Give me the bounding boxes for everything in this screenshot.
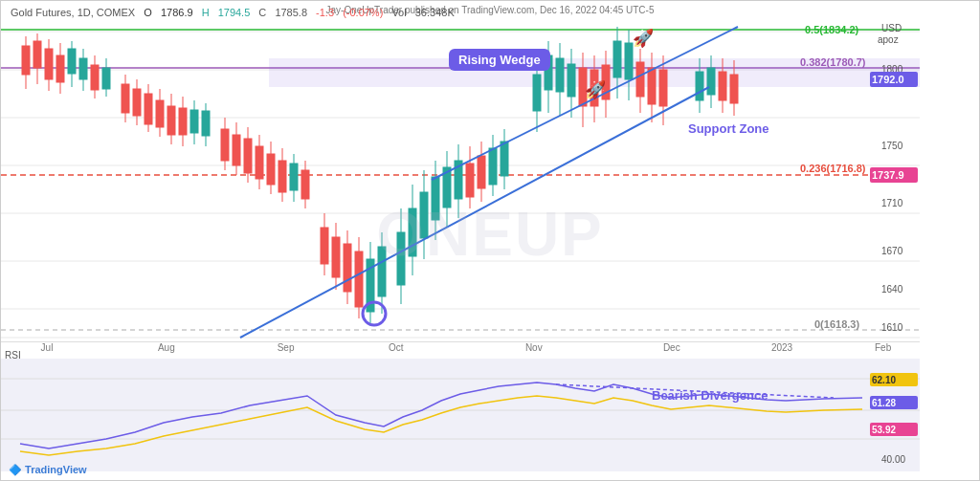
tv-icon: 🔷	[9, 464, 22, 475]
time-label-aug: Aug	[158, 342, 175, 353]
symbol-label: Gold Futures, 1D, COMEX	[11, 7, 135, 18]
svg-rect-94	[533, 75, 541, 111]
main-chart-area: 0.5(1834.2) 0.382(1780.7) 0.236(1716.8) …	[1, 22, 920, 347]
svg-rect-18	[45, 49, 53, 79]
svg-rect-44	[202, 111, 210, 136]
open-value: 1786.9	[161, 7, 193, 18]
change-pct: (-0.07%)	[343, 7, 383, 18]
svg-rect-80	[432, 177, 439, 220]
svg-text:1670: 1670	[881, 246, 903, 256]
svg-text:1792.0: 1792.0	[872, 74, 904, 85]
svg-rect-30	[122, 84, 129, 113]
svg-rect-62	[321, 228, 328, 264]
svg-text:USD: USD	[881, 23, 902, 33]
svg-rect-124	[730, 75, 738, 103]
svg-rect-24	[79, 58, 87, 79]
bearish-divergence-annotation: Bearish Divergence	[652, 388, 768, 403]
open-label: O	[144, 7, 152, 18]
svg-rect-34	[145, 94, 152, 124]
svg-rect-90	[489, 148, 497, 185]
time-label-oct: Oct	[389, 342, 404, 353]
svg-text:0.5(1834.2): 0.5(1834.2)	[805, 24, 859, 35]
svg-rect-48	[233, 135, 240, 165]
svg-rect-120	[707, 68, 715, 95]
svg-rect-114	[648, 68, 656, 104]
svg-text:1737.9: 1737.9	[872, 169, 904, 181]
svg-rect-88	[478, 156, 485, 188]
support-zone-annotation: Support Zone	[688, 121, 769, 136]
svg-rect-60	[301, 170, 309, 199]
svg-rect-110	[625, 43, 633, 79]
svg-text:0(1618.3): 0(1618.3)	[814, 318, 859, 330]
close-label: C	[258, 7, 266, 18]
svg-text:62.10: 62.10	[872, 375, 896, 385]
high-label: H	[202, 7, 210, 18]
svg-rect-108	[613, 41, 621, 77]
svg-rect-50	[244, 139, 252, 173]
svg-text:apoz: apoz	[878, 34, 899, 45]
svg-text:1750: 1750	[881, 141, 903, 151]
volume-label: Vol	[391, 7, 406, 18]
svg-rect-22	[68, 49, 76, 74]
svg-rect-42	[190, 110, 198, 133]
svg-rect-116	[659, 70, 667, 106]
svg-rect-92	[501, 142, 508, 176]
svg-rect-86	[466, 164, 474, 197]
high-value: 1794.5	[218, 7, 251, 18]
svg-rect-14	[22, 46, 30, 75]
svg-rect-52	[256, 146, 263, 179]
time-label-feb: Feb	[875, 342, 891, 353]
change-value: -1.3	[316, 7, 334, 18]
time-label-dec: Dec	[663, 342, 680, 353]
time-axis: Jul Aug Sep Oct Nov Dec 2023 Feb	[1, 341, 920, 359]
svg-point-143	[363, 302, 386, 325]
tv-text: TradingView	[25, 464, 87, 475]
svg-rect-32	[133, 89, 141, 116]
time-label-2023: 2023	[771, 342, 792, 353]
rsi-title: RSI	[5, 350, 21, 361]
svg-rect-64	[332, 237, 340, 277]
svg-rect-36	[156, 100, 164, 127]
svg-rect-46	[221, 129, 229, 161]
svg-text:1710: 1710	[881, 198, 903, 208]
svg-rect-66	[344, 244, 351, 292]
svg-rect-28	[102, 68, 110, 89]
svg-rect-58	[290, 164, 298, 190]
svg-rect-20	[56, 55, 64, 82]
chart-container: Jay-OneUpTrader published on TradingView…	[0, 0, 980, 481]
svg-text:53.92: 53.92	[872, 425, 896, 435]
svg-rect-16	[33, 41, 41, 68]
svg-line-125	[240, 87, 709, 338]
svg-rect-56	[278, 161, 286, 192]
svg-text:40.00: 40.00	[881, 454, 905, 465]
time-label-jul: Jul	[41, 342, 54, 353]
svg-rect-112	[636, 62, 644, 97]
close-value: 1785.8	[275, 7, 307, 18]
svg-text:1610: 1610	[881, 322, 903, 333]
svg-rect-122	[719, 72, 726, 100]
svg-rect-100	[568, 64, 575, 97]
svg-rect-68	[355, 251, 363, 307]
volume-value: 36.348K	[415, 7, 455, 18]
tradingview-logo: 🔷 TradingView	[9, 464, 87, 476]
svg-rect-38	[167, 106, 175, 135]
rsi-chart-area: 62.10 61.28 53.92 40.00	[1, 347, 920, 471]
svg-rect-118	[696, 72, 703, 100]
rising-wedge-annotation: Rising Wedge	[449, 49, 550, 71]
svg-rect-40	[179, 108, 187, 135]
time-label-nov: Nov	[525, 342, 543, 353]
svg-rect-54	[267, 154, 275, 185]
rocket-icon-2: 🚀	[585, 79, 606, 100]
time-label-sep: Sep	[278, 342, 295, 353]
svg-rect-78	[420, 192, 428, 238]
svg-rect-72	[378, 247, 386, 296]
svg-rect-98	[556, 58, 564, 92]
svg-text:0.236(1716.8): 0.236(1716.8)	[800, 163, 866, 174]
svg-text:1640: 1640	[881, 284, 903, 295]
svg-rect-26	[91, 65, 99, 90]
svg-text:61.28: 61.28	[872, 398, 896, 408]
svg-rect-74	[397, 232, 405, 285]
svg-text:0.382(1780.7): 0.382(1780.7)	[800, 56, 866, 68]
rocket-icon-1: 🚀	[633, 28, 654, 49]
chart-header: Gold Futures, 1D, COMEX O 1786.9 H 1794.…	[11, 7, 460, 18]
